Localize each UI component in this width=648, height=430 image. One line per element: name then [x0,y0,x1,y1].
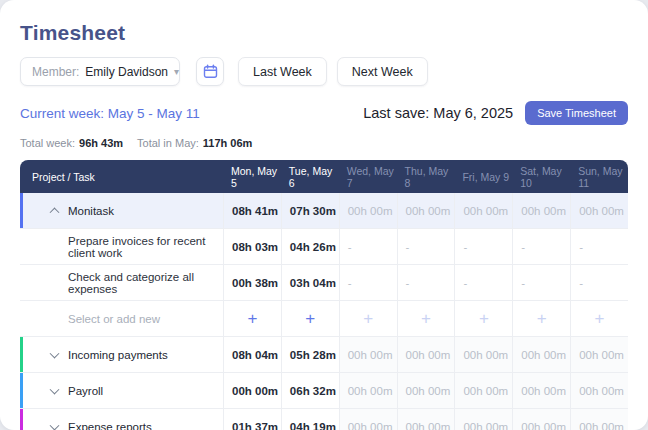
time-cell[interactable]: - [570,265,628,300]
time-cell[interactable]: 04h 26m [281,229,339,264]
member-select[interactable]: Member: Emily Davidson ▾ [20,57,180,86]
task-row: Check and categorize all expenses00h 38m… [20,265,628,301]
member-select-value: Emily Davidson [85,65,168,79]
add-task-placeholder[interactable]: Select or add new [20,301,223,336]
current-week-label: Current week: May 5 - May 11 [20,106,200,121]
time-cell[interactable]: 00h 00m [339,373,397,408]
project-name: Incoming payments [20,337,223,372]
time-cell[interactable]: 00h 00m [397,409,455,430]
column-header-project-task: Project / Task [20,160,223,193]
add-time-button[interactable]: + [512,301,570,336]
add-time-button[interactable]: + [281,301,339,336]
time-cell[interactable]: 03h 04m [281,265,339,300]
time-cell[interactable]: 00h 00m [512,337,570,372]
total-month: Total in May: 117h 06m [137,137,252,149]
project-row: Monitask08h 41m07h 30m00h 00m00h 00m00h … [20,193,628,229]
week-bar: Current week: May 5 - May 11 Last save: … [20,101,628,125]
time-cell[interactable]: - [454,265,512,300]
time-cell[interactable]: 00h 00m [512,373,570,408]
chevron-down-icon[interactable] [50,348,60,358]
project-name: Expense reports [20,409,223,430]
project-row: Payroll00h 00m06h 32m00h 00m00h 00m00h 0… [20,373,628,409]
column-header-day: Sat, May 10 [512,160,570,193]
project-name: Monitask [20,193,223,228]
add-time-button[interactable]: + [570,301,628,336]
total-month-value: 117h 06m [203,137,253,149]
last-save-label: Last save: May 6, 2025 [363,105,513,121]
time-cell[interactable]: - [570,229,628,264]
time-cell[interactable]: 00h 00m [339,337,397,372]
column-header-day: Thu, May 8 [397,160,455,193]
time-cell[interactable]: 00h 00m [570,337,628,372]
time-cell[interactable]: 06h 32m [281,373,339,408]
chevron-down-icon[interactable] [50,420,60,430]
add-time-button[interactable]: + [223,301,281,336]
toolbar: Member: Emily Davidson ▾ Last Week Next … [20,57,628,86]
time-cell[interactable]: 00h 00m [397,193,455,228]
chevron-down-icon[interactable] [50,384,60,394]
time-cell[interactable]: - [454,229,512,264]
column-header-day: Mon, May 5 [223,160,281,193]
totals-bar: Total week: 96h 43m Total in May: 117h 0… [20,137,628,149]
time-cell[interactable]: 08h 03m [223,229,281,264]
total-week-value: 96h 43m [79,137,123,149]
total-week-label: Total week: [20,137,75,149]
time-cell[interactable]: 07h 30m [281,193,339,228]
timesheet-table: Project / TaskMon, May 5Tue, May 6Wed, M… [20,160,628,430]
calendar-button[interactable] [196,57,224,86]
add-time-button[interactable]: + [454,301,512,336]
time-cell[interactable]: 00h 00m [512,409,570,430]
calendar-icon [203,64,218,79]
time-cell[interactable]: - [339,265,397,300]
last-week-button[interactable]: Last Week [238,57,327,86]
project-name: Payroll [20,373,223,408]
task-row: Prepare invoices for recent client work0… [20,229,628,265]
add-task-row: Select or add new+++++++ [20,301,628,337]
time-cell[interactable]: 00h 00m [570,409,628,430]
column-header-day: Wed, May 7 [339,160,397,193]
time-cell[interactable]: 00h 00m [339,409,397,430]
project-row: Incoming payments08h 04m05h 28m00h 00m00… [20,337,628,373]
add-time-button[interactable]: + [397,301,455,336]
time-cell[interactable]: 00h 00m [570,193,628,228]
time-cell[interactable]: 04h 19m [281,409,339,430]
time-cell[interactable]: 01h 37m [223,409,281,430]
time-cell[interactable]: 00h 00m [570,373,628,408]
time-cell[interactable]: 00h 00m [512,193,570,228]
time-cell[interactable]: - [339,229,397,264]
column-header-day: Fri, May 9 [454,160,512,193]
time-cell[interactable]: 05h 28m [281,337,339,372]
time-cell[interactable]: 00h 00m [454,337,512,372]
timesheet-card: Timesheet Member: Emily Davidson ▾ Last … [0,0,648,430]
time-cell[interactable]: 00h 00m [339,193,397,228]
save-timesheet-button[interactable]: Save Timesheet [525,101,628,125]
time-cell[interactable]: 00h 00m [454,193,512,228]
table-body: Monitask08h 41m07h 30m00h 00m00h 00m00h … [20,193,628,430]
page-title: Timesheet [20,21,628,45]
time-cell[interactable]: - [512,265,570,300]
time-cell[interactable]: 08h 04m [223,337,281,372]
member-select-label: Member: [32,65,79,79]
time-cell[interactable]: 00h 00m [454,373,512,408]
column-header-day: Sun, May 11 [570,160,628,193]
next-week-button[interactable]: Next Week [337,57,428,86]
chevron-down-icon: ▾ [174,66,179,77]
column-header-day: Tue, May 6 [281,160,339,193]
time-cell[interactable]: 00h 00m [454,409,512,430]
time-cell[interactable]: 00h 00m [223,373,281,408]
time-cell[interactable]: - [512,229,570,264]
task-name: Check and categorize all expenses [20,265,223,300]
add-time-button[interactable]: + [339,301,397,336]
time-cell[interactable]: 00h 38m [223,265,281,300]
time-cell[interactable]: - [397,229,455,264]
task-name: Prepare invoices for recent client work [20,229,223,264]
table-header-row: Project / TaskMon, May 5Tue, May 6Wed, M… [20,160,628,193]
time-cell[interactable]: 00h 00m [397,337,455,372]
time-cell[interactable]: - [397,265,455,300]
project-row: Expense reports01h 37m04h 19m00h 00m00h … [20,409,628,430]
chevron-up-icon[interactable] [50,207,60,217]
time-cell[interactable]: 08h 41m [223,193,281,228]
time-cell[interactable]: 00h 00m [397,373,455,408]
total-week: Total week: 96h 43m [20,137,123,149]
total-month-label: Total in May: [137,137,199,149]
